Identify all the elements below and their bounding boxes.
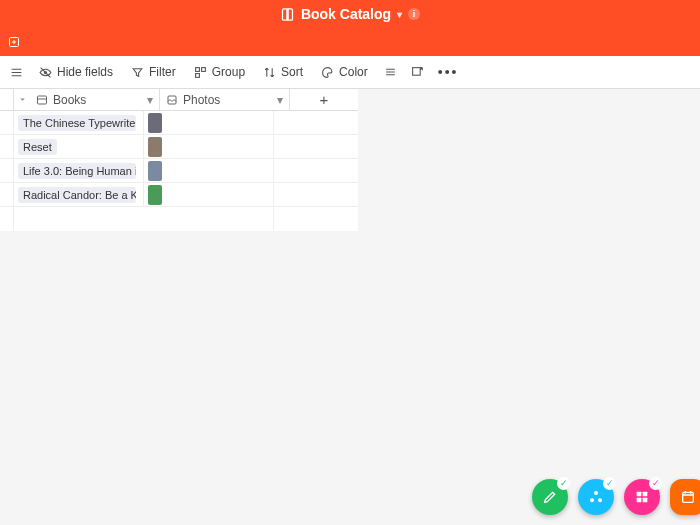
- svg-point-8: [594, 491, 598, 495]
- fab-green[interactable]: ✓: [532, 479, 568, 515]
- eye-off-icon: [39, 66, 52, 79]
- fab-pink[interactable]: ✓: [624, 479, 660, 515]
- cell-photos[interactable]: [144, 111, 274, 134]
- column-menu-spacer[interactable]: [14, 89, 30, 110]
- column-header-books-label: Books: [53, 93, 86, 107]
- app-header: Book Catalog ▾ i: [0, 0, 700, 28]
- svg-rect-12: [643, 492, 648, 497]
- cell-books[interactable]: Reset: [14, 135, 144, 158]
- add-row[interactable]: [0, 207, 358, 231]
- check-badge-icon: ✓: [557, 477, 570, 490]
- chevron-down-icon: ▾: [397, 9, 402, 20]
- linked-record-tag[interactable]: Reset: [18, 139, 57, 155]
- group-button[interactable]: Group: [186, 61, 253, 83]
- base-title[interactable]: Book Catalog ▾ i: [280, 6, 420, 22]
- group-label: Group: [212, 65, 245, 79]
- fab-orange[interactable]: [670, 479, 700, 515]
- hide-fields-button[interactable]: Hide fields: [31, 61, 121, 83]
- svg-point-10: [598, 498, 602, 502]
- cell-books[interactable]: The Chinese Typewriter: [14, 111, 144, 134]
- column-header-photos-label: Photos: [183, 93, 220, 107]
- svg-rect-15: [683, 492, 694, 502]
- column-header-books[interactable]: Books ▾: [30, 89, 160, 110]
- grid: Books ▾ Photos ▾ + The Chinese Typewrite…: [0, 89, 358, 231]
- color-button[interactable]: Color: [313, 61, 376, 83]
- row-number-header: [0, 89, 14, 110]
- add-table-button[interactable]: [4, 32, 24, 52]
- attachment-thumbnail[interactable]: [148, 185, 162, 205]
- table-tab-strip: [0, 28, 700, 56]
- share-icon: [411, 66, 424, 79]
- svg-rect-11: [637, 492, 642, 497]
- row-number: [0, 183, 14, 206]
- row-height-icon: [384, 66, 397, 79]
- table-row[interactable]: Reset: [0, 135, 358, 159]
- table-row[interactable]: Radical Candor: Be a Kickass Boss: [0, 183, 358, 207]
- menu-icon: [10, 66, 23, 79]
- fab-blue[interactable]: ✓: [578, 479, 614, 515]
- cell-books[interactable]: Radical Candor: Be a Kickass Boss: [14, 183, 144, 206]
- more-button[interactable]: •••: [432, 60, 465, 84]
- attachment-thumbnail[interactable]: [148, 113, 162, 133]
- views-menu-button[interactable]: [4, 62, 29, 83]
- hide-fields-label: Hide fields: [57, 65, 113, 79]
- column-header-photos[interactable]: Photos ▾: [160, 89, 290, 110]
- book-icon: [280, 7, 295, 22]
- color-label: Color: [339, 65, 368, 79]
- chevron-down-icon[interactable]: ▾: [147, 93, 153, 107]
- cell-photos[interactable]: [144, 183, 274, 206]
- check-badge-icon: ✓: [603, 477, 616, 490]
- grid-area: Books ▾ Photos ▾ + The Chinese Typewrite…: [0, 89, 700, 525]
- table-row[interactable]: The Chinese Typewriter: [0, 111, 358, 135]
- cell-photos[interactable]: [144, 135, 274, 158]
- fab-row: ✓ ✓ ✓: [532, 479, 700, 515]
- link-field-icon: [36, 94, 48, 106]
- svg-rect-4: [195, 73, 199, 77]
- chevron-down-icon[interactable]: ▾: [277, 93, 283, 107]
- paint-icon: [321, 66, 334, 79]
- svg-rect-13: [637, 498, 642, 503]
- svg-rect-5: [412, 67, 420, 75]
- grid-header: Books ▾ Photos ▾ +: [0, 89, 358, 111]
- row-height-button[interactable]: [378, 62, 403, 83]
- share-view-button[interactable]: [405, 62, 430, 83]
- dots-icon: •••: [438, 64, 459, 80]
- row-number: [0, 159, 14, 182]
- linked-record-tag[interactable]: Life 3.0: Being Human in the Age of AI: [18, 163, 136, 179]
- check-badge-icon: ✓: [649, 477, 662, 490]
- sort-label: Sort: [281, 65, 303, 79]
- attachment-field-icon: [166, 94, 178, 106]
- base-title-text: Book Catalog: [301, 6, 391, 22]
- svg-rect-14: [643, 498, 648, 503]
- attachment-thumbnail[interactable]: [148, 161, 162, 181]
- plus-icon: +: [320, 91, 329, 108]
- attachment-thumbnail[interactable]: [148, 137, 162, 157]
- linked-record-tag[interactable]: The Chinese Typewriter: [18, 115, 136, 131]
- view-toolbar: Hide fields Filter Group Sort Color: [0, 56, 700, 89]
- row-number: [0, 135, 14, 158]
- info-icon[interactable]: i: [408, 8, 420, 20]
- group-icon: [194, 66, 207, 79]
- sort-icon: [263, 66, 276, 79]
- filter-label: Filter: [149, 65, 176, 79]
- svg-rect-3: [201, 67, 205, 71]
- row-number: [0, 111, 14, 134]
- sort-button[interactable]: Sort: [255, 61, 311, 83]
- table-row[interactable]: Life 3.0: Being Human in the Age of AI: [0, 159, 358, 183]
- filter-icon: [131, 66, 144, 79]
- cell-photos[interactable]: [144, 159, 274, 182]
- cell-books[interactable]: Life 3.0: Being Human in the Age of AI: [14, 159, 144, 182]
- svg-point-9: [590, 498, 594, 502]
- svg-rect-2: [195, 67, 199, 71]
- filter-button[interactable]: Filter: [123, 61, 184, 83]
- add-field-button[interactable]: +: [290, 89, 358, 110]
- svg-rect-6: [38, 96, 47, 104]
- linked-record-tag[interactable]: Radical Candor: Be a Kickass Boss: [18, 187, 136, 203]
